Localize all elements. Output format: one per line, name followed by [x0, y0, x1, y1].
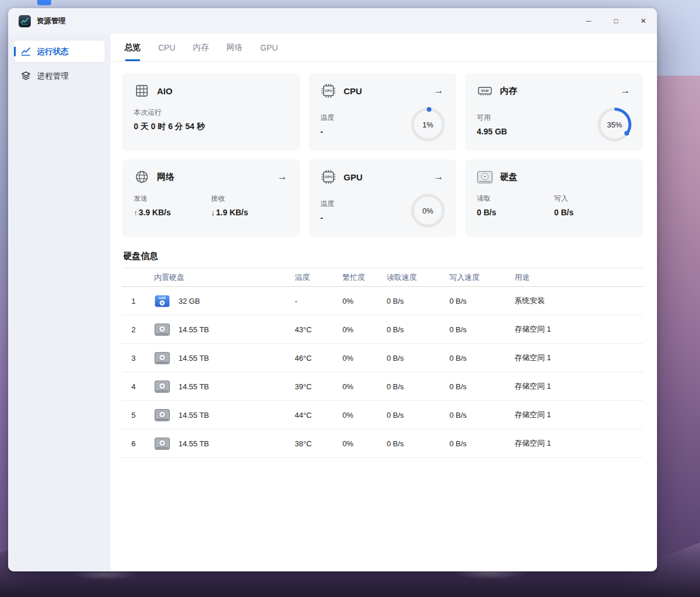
fnos-system-disk-icon: fnOS: [154, 294, 170, 308]
background-window-peek: [37, 0, 51, 5]
disk-read: 0 B/s: [387, 354, 449, 363]
network-card-arrow[interactable]: →: [276, 171, 288, 183]
disk-write: 0 B/s: [449, 439, 515, 448]
disk-temp: 46°C: [295, 354, 342, 363]
disk-write: 0 B/s: [449, 411, 515, 420]
gpu-card-arrow[interactable]: →: [433, 171, 445, 183]
aio-grid-icon: [134, 83, 150, 99]
disk-index: 3: [122, 354, 154, 363]
disk-usage: 存储空间 1: [515, 324, 643, 335]
tab-network[interactable]: 网络: [227, 34, 243, 61]
disk-write: 0 B/s: [449, 297, 515, 305]
overview-content: AIO 本次运行 0 天 0 时 6 分 54 秒: [110, 62, 657, 571]
disk-read: 0 B/s: [387, 411, 449, 420]
disk-busy: 0%: [342, 354, 387, 363]
cpu-card-arrow[interactable]: →: [433, 85, 445, 97]
disk-temp: 44°C: [295, 411, 342, 420]
layers-icon: [21, 71, 31, 81]
disk-usage: 存储空间 1: [515, 353, 643, 363]
disk-usage: 系统安装: [515, 296, 643, 306]
memory-usage-ring: 35%: [598, 108, 631, 141]
disk-write: 0 B/s: [449, 382, 515, 391]
uptime-label: 本次运行: [134, 108, 211, 118]
sidebar-item-running-status[interactable]: 运行状态: [14, 41, 105, 62]
gpu-usage-ring: 0%: [411, 194, 445, 228]
disk-row: 2 14.55 TB 43°C 0% 0 B/s: [122, 315, 643, 344]
hard-drive-icon: [154, 437, 170, 450]
sidebar-item-process-management[interactable]: 进程管理: [14, 65, 105, 87]
disk-table-header: 内置硬盘 温度 繁忙度 读取速度 写入速度 用途: [122, 268, 643, 287]
disk-read: 0 B/s: [387, 325, 449, 334]
disk-write-value: 0 B/s: [554, 208, 631, 217]
globe-icon: [134, 169, 150, 185]
disk-temp: -: [295, 297, 342, 305]
disk-row: 6 14.55 TB 38°C 0% 0 B/s: [122, 429, 643, 458]
svg-text:GPU: GPU: [324, 175, 332, 179]
upload-arrow-icon: ↑: [134, 208, 138, 217]
maximize-button[interactable]: □: [602, 8, 630, 34]
disk-temp: 39°C: [295, 382, 342, 391]
disk-read-value: 0 B/s: [477, 208, 554, 217]
network-send-value: ↑3.9 KB/s: [134, 208, 211, 217]
disk-busy: 0%: [342, 297, 387, 305]
disk-busy: 0%: [342, 411, 387, 420]
tab-bar: 总览 CPU 内存 网络 GPU: [110, 34, 657, 62]
aio-card: AIO 本次运行 0 天 0 时 6 分 54 秒: [122, 73, 300, 151]
cpu-usage-percent: 1%: [423, 120, 434, 129]
disk-row: 4 14.55 TB 39°C 0% 0 B/s: [122, 372, 643, 401]
disk-read: 0 B/s: [387, 297, 449, 305]
memory-available-label: 可用: [477, 113, 554, 123]
disk-read: 0 B/s: [387, 382, 449, 391]
line-chart-icon: [21, 47, 31, 56]
network-recv-value: ↓1.9 KB/s: [211, 208, 288, 217]
memory-available-value: 4.95 GB: [477, 127, 554, 136]
disk-index: 5: [122, 411, 154, 420]
header-read-speed: 读取速度: [387, 272, 449, 283]
sidebar-item-label: 运行状态: [37, 47, 69, 57]
tab-overview[interactable]: 总览: [124, 34, 141, 61]
sidebar-item-label: 进程管理: [37, 71, 69, 81]
disk-usage: 存储空间 1: [515, 438, 643, 449]
disk-table: 内置硬盘 温度 繁忙度 读取速度 写入速度 用途 1: [122, 268, 643, 458]
header-write-speed: 写入速度: [449, 272, 515, 283]
minimize-button[interactable]: ─: [575, 8, 602, 34]
memory-card-arrow[interactable]: →: [619, 85, 631, 97]
hard-drive-icon: [154, 323, 170, 336]
ram-stick-icon: RAM: [477, 83, 493, 99]
disk-row: 3 14.55 TB 46°C 0% 0 B/s: [122, 344, 643, 372]
disk-index: 6: [122, 439, 154, 448]
cpu-chip-icon: CPU: [320, 83, 337, 99]
disk-capacity: 14.55 TB: [178, 411, 209, 420]
disk-write: 0 B/s: [449, 354, 515, 363]
network-card: 网络 → 发送 ↑3.9 KB/s 接收 ↓1.9 KB/s: [122, 159, 300, 237]
cpu-usage-ring: 1%: [411, 108, 445, 141]
network-send-label: 发送: [134, 194, 211, 204]
hard-drive-icon: [154, 380, 170, 393]
gpu-temp-label: 温度: [320, 199, 398, 209]
status-cards: AIO 本次运行 0 天 0 时 6 分 54 秒: [122, 73, 643, 237]
tab-cpu[interactable]: CPU: [158, 34, 176, 61]
card-title: 硬盘: [500, 172, 517, 183]
disk-index: 2: [122, 325, 154, 334]
gpu-usage-percent: 0%: [423, 207, 434, 215]
cpu-card: CPU CPU → 温度 - 1%: [309, 73, 456, 151]
window-controls: ─ □ ✕: [575, 8, 657, 34]
disk-index: 1: [122, 297, 154, 305]
tab-gpu[interactable]: GPU: [260, 34, 278, 61]
gpu-temp-value: -: [320, 213, 398, 222]
disk-capacity: 14.55 TB: [178, 439, 209, 448]
card-title: 网络: [157, 172, 174, 183]
disk-capacity: 14.55 TB: [178, 354, 209, 363]
disk-temp: 43°C: [295, 325, 342, 334]
disk-row: 5 14.55 TB 44°C 0% 0 B/s: [122, 401, 643, 429]
cpu-temp-value: -: [320, 127, 398, 136]
cpu-temp-label: 温度: [320, 113, 398, 123]
gpu-chip-icon: GPU: [320, 169, 337, 185]
tab-memory[interactable]: 内存: [193, 34, 209, 61]
close-button[interactable]: ✕: [630, 8, 657, 34]
header-usage: 用途: [515, 272, 643, 283]
disk-busy: 0%: [342, 439, 387, 448]
svg-text:fnOS: fnOS: [159, 296, 166, 300]
disk-write: 0 B/s: [449, 325, 515, 334]
card-title: GPU: [344, 172, 363, 182]
